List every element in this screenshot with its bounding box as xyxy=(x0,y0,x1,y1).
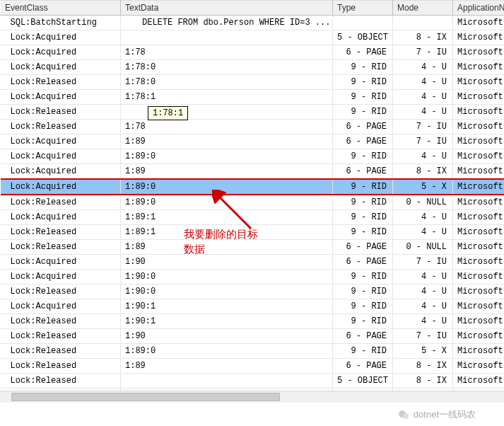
cell-type: 9 - RID xyxy=(333,90,393,105)
footer-watermark: dotnet一线码农 xyxy=(0,403,504,426)
cell-mode: 5 - X xyxy=(393,344,453,359)
cell-eventclass: Lock:Released xyxy=(1,240,121,255)
col-header-textdata[interactable]: TextData xyxy=(121,1,333,16)
cell-mode: 8 - IX xyxy=(393,30,453,45)
table-row[interactable]: Lock:Released1:786 - PAGE7 - IUMicrosoft… xyxy=(1,120,505,134)
cell-type: 9 - RID xyxy=(333,149,393,164)
cell-type: 9 - RID xyxy=(333,270,393,284)
table-row[interactable]: Lock:Released1:896 - PAGE8 - IXMicrosoft… xyxy=(1,359,505,374)
cell-type: 6 - PAGE xyxy=(333,359,393,374)
cell-app: Microsoft SQ... xyxy=(453,90,505,105)
table-row[interactable]: Lock:Acquired1:78:09 - RID4 - UMicrosoft… xyxy=(1,60,505,75)
cell-mode: 8 - IX xyxy=(393,359,453,374)
table-row[interactable]: Lock:Acquired1:90:09 - RID4 - UMicrosoft… xyxy=(1,270,505,284)
cell-eventclass: Lock:Acquired xyxy=(1,255,121,270)
table-row[interactable]: Lock:Acquired1:90:19 - RID4 - UMicrosoft… xyxy=(1,299,505,314)
cell-app: Microsoft SQ... xyxy=(453,195,505,210)
table-row[interactable]: SQL:BatchStartingDELETE FROM dbo.Person … xyxy=(1,16,505,30)
cell-mode: 4 - U xyxy=(393,225,453,240)
cell-type: 6 - PAGE xyxy=(333,120,393,134)
cell-textdata: 1:78 xyxy=(121,45,333,60)
cell-mode: 4 - U xyxy=(393,60,453,75)
wechat-icon xyxy=(398,409,409,420)
table-row[interactable]: Lock:Released5 - OBJECT8 - IXMicrosoft S… xyxy=(1,374,505,388)
cell-textdata: 1:89 xyxy=(121,134,333,149)
cell-eventclass: Lock:Released xyxy=(1,329,121,344)
table-row[interactable]: Lock:Released1:78:09 - RID4 - UMicrosoft… xyxy=(1,75,505,90)
cell-mode: 4 - U xyxy=(393,105,453,120)
table-row[interactable]: Lock:Released1:89:09 - RID5 - XMicrosoft… xyxy=(1,344,505,359)
header-row: EventClass TextData Type Mode Applicatio… xyxy=(1,1,505,16)
cell-app: Microsoft SQ... xyxy=(453,164,505,180)
cell-app: Microsoft SQ... xyxy=(453,120,505,134)
col-header-app[interactable]: ApplicationName xyxy=(453,1,505,16)
cell-type: 9 - RID xyxy=(333,195,393,210)
cell-type: 9 - RID xyxy=(333,314,393,329)
cell-mode: 4 - U xyxy=(393,149,453,164)
table-row[interactable]: Lock:Acquired1:896 - PAGE8 - IXMicrosoft… xyxy=(1,164,505,180)
cell-app: Microsoft SQ... xyxy=(453,149,505,164)
cell-eventclass: Lock:Released xyxy=(1,344,121,359)
cell-mode: 5 - X xyxy=(393,179,453,195)
cell-eventclass: Lock:Released xyxy=(1,195,121,210)
cell-app: Microsoft SQ... xyxy=(453,240,505,255)
cell-app: Microsoft SQ... xyxy=(453,255,505,270)
cell-type: 9 - RID xyxy=(333,299,393,314)
cell-textdata: 1:90:0 xyxy=(121,270,333,284)
col-header-eventclass[interactable]: EventClass xyxy=(1,1,121,16)
table-row[interactable]: Lock:Released9 - RID4 - UMicrosoft SQ... xyxy=(1,105,505,120)
cell-app: Microsoft SQ... xyxy=(453,134,505,149)
cell-app: Microsoft SQ... xyxy=(453,225,505,240)
cell-app: Microsoft SQ... xyxy=(453,45,505,60)
cell-textdata: 1:78:0 xyxy=(121,75,333,90)
table-row[interactable]: Lock:Acquired1:896 - PAGE7 - IUMicrosoft… xyxy=(1,134,505,149)
cell-mode: 8 - IX xyxy=(393,164,453,180)
cell-app: Microsoft SQ... xyxy=(453,75,505,90)
cell-mode: 4 - U xyxy=(393,75,453,90)
cell-type xyxy=(333,16,393,30)
table-row[interactable]: Lock:Released1:90:19 - RID4 - UMicrosoft… xyxy=(1,314,505,329)
table-row[interactable]: Lock:Released1:906 - PAGE7 - IUMicrosoft… xyxy=(1,329,505,344)
cell-app: Microsoft SQ... xyxy=(453,359,505,374)
cell-app: Microsoft SQ... xyxy=(453,270,505,284)
table-row[interactable]: Lock:Acquired1:89:09 - RID4 - UMicrosoft… xyxy=(1,149,505,164)
cell-type: 6 - PAGE xyxy=(333,164,393,180)
cell-app: Microsoft SQ... xyxy=(453,105,505,120)
cell-app: Microsoft SQ... xyxy=(453,374,505,388)
cell-eventclass: Lock:Acquired xyxy=(1,149,121,164)
cell-textdata: 1:90:0 xyxy=(121,284,333,299)
cell-type: 9 - RID xyxy=(333,284,393,299)
cell-app: Microsoft SQ... xyxy=(453,179,505,195)
cell-type: 6 - PAGE xyxy=(333,255,393,270)
table-row[interactable]: Lock:Acquired1:78:19 - RID4 - UMicrosoft… xyxy=(1,90,505,105)
cell-mode: 7 - IU xyxy=(393,45,453,60)
horizontal-scrollbar[interactable] xyxy=(0,391,504,403)
table-row[interactable]: Lock:Acquired1:786 - PAGE7 - IUMicrosoft… xyxy=(1,45,505,60)
cell-type: 6 - PAGE xyxy=(333,329,393,344)
cell-eventclass: Lock:Acquired xyxy=(1,60,121,75)
cell-eventclass: Lock:Released xyxy=(1,314,121,329)
scrollbar-thumb[interactable] xyxy=(11,393,280,401)
cell-mode: 7 - IU xyxy=(393,255,453,270)
cell-eventclass: Lock:Acquired xyxy=(1,45,121,60)
cell-eventclass: Lock:Released xyxy=(1,284,121,299)
table-row[interactable]: Lock:Released1:90:09 - RID4 - UMicrosoft… xyxy=(1,284,505,299)
cell-app: Microsoft SQ... xyxy=(453,329,505,344)
cell-eventclass: Lock:Released xyxy=(1,374,121,388)
svg-line-0 xyxy=(218,195,251,229)
cell-app: Microsoft SQ... xyxy=(453,284,505,299)
cell-textdata: 1:78:0 xyxy=(121,60,333,75)
col-header-type[interactable]: Type xyxy=(333,1,393,16)
table-row[interactable]: Lock:Acquired1:906 - PAGE7 - IUMicrosoft… xyxy=(1,255,505,270)
cell-type: 5 - OBJECT xyxy=(333,374,393,388)
col-header-mode[interactable]: Mode xyxy=(393,1,453,16)
annotation-arrow-icon xyxy=(212,190,254,232)
table-row[interactable]: Lock:Acquired5 - OBJECT8 - IXMicrosoft S… xyxy=(1,30,505,45)
cell-mode: 7 - IU xyxy=(393,329,453,344)
cell-type: 9 - RID xyxy=(333,60,393,75)
annotation-text: 我要删除的目标 数据 xyxy=(184,226,258,256)
cell-eventclass: Lock:Acquired xyxy=(1,179,121,195)
cell-eventclass: Lock:Released xyxy=(1,75,121,90)
cell-mode xyxy=(393,16,453,30)
cell-eventclass: Lock:Released xyxy=(1,120,121,134)
